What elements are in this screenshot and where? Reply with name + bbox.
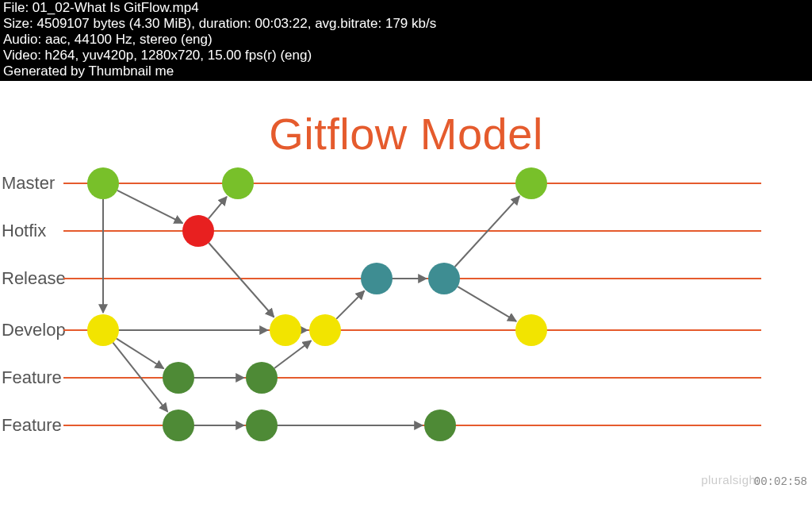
lane-label-develop: Develop — [2, 320, 66, 340]
commit-node-r0 — [361, 263, 393, 294]
commit-node-f2b — [246, 410, 278, 441]
commit-node-f1b — [246, 362, 278, 394]
edge-h0-m1 — [209, 197, 227, 219]
commit-node-f1a — [163, 362, 194, 394]
commit-node-d3 — [515, 314, 547, 346]
gitflow-diagram: MasterHotfixReleaseDevelopFeatureFeature — [0, 160, 812, 493]
commit-node-m2 — [515, 167, 547, 199]
lane-label-master: Master — [2, 173, 55, 193]
edge-r1-d3 — [458, 286, 516, 321]
edge-d2-r0 — [336, 291, 364, 319]
lane-label-release: Release — [2, 268, 66, 288]
video-metadata-strip: File: 01_02-What Is GitFlow.mp4 Size: 45… — [0, 0, 812, 81]
commit-node-f2c — [424, 410, 456, 441]
edge-m0-h0 — [117, 190, 182, 223]
edge-d0-f1a — [117, 339, 163, 369]
meta-generator: Generated by Thumbnail me — [3, 63, 809, 79]
lane-label-hotfix: Hotfix — [2, 221, 46, 240]
commit-node-d2 — [309, 314, 341, 346]
slide: Gitflow Model MasterHotfixReleaseDevelop… — [0, 108, 812, 493]
thumbnail-timestamp: 00:02:58 — [754, 475, 807, 488]
watermark-logo: pluralsight — [701, 473, 760, 486]
commit-node-d1 — [270, 314, 301, 346]
commit-node-r1 — [428, 263, 460, 294]
commit-node-d0 — [87, 314, 119, 346]
meta-file: File: 01_02-What Is GitFlow.mp4 — [3, 0, 809, 16]
meta-audio: Audio: aac, 44100 Hz, stereo (eng) — [3, 32, 809, 48]
lane-label-feature2: Feature — [2, 415, 62, 435]
commit-node-f2a — [163, 410, 194, 441]
commit-node-h0 — [182, 215, 214, 247]
edge-h0-d1 — [209, 243, 274, 317]
meta-video: Video: h264, yuv420p, 1280x720, 15.00 fp… — [3, 48, 809, 63]
meta-size: Size: 4509107 bytes (4.30 MiB), duration… — [3, 16, 809, 32]
commit-node-m0 — [87, 167, 119, 199]
lane-label-feature1: Feature — [2, 367, 62, 387]
commit-node-m1 — [222, 167, 254, 199]
slide-title: Gitflow Model — [0, 108, 812, 160]
